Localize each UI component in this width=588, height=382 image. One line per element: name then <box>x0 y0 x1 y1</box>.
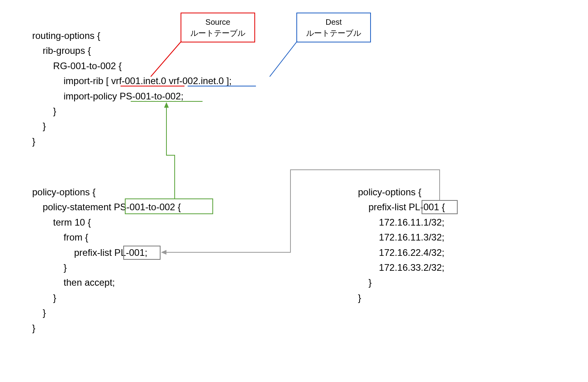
source-title: Source <box>186 17 250 28</box>
highlight-prefix-list-def <box>422 200 458 214</box>
blue-connector-line <box>270 41 297 77</box>
dest-title: Dest <box>302 17 365 28</box>
highlight-policy-statement-name <box>125 198 213 214</box>
dest-subtitle: ルートテーブル <box>302 28 365 39</box>
highlight-prefix-list-ref <box>123 246 161 260</box>
dest-label-box: Dest ルートテーブル <box>296 13 371 42</box>
routing-options-code: routing-options { rib-groups { RG-001-to… <box>32 28 232 149</box>
